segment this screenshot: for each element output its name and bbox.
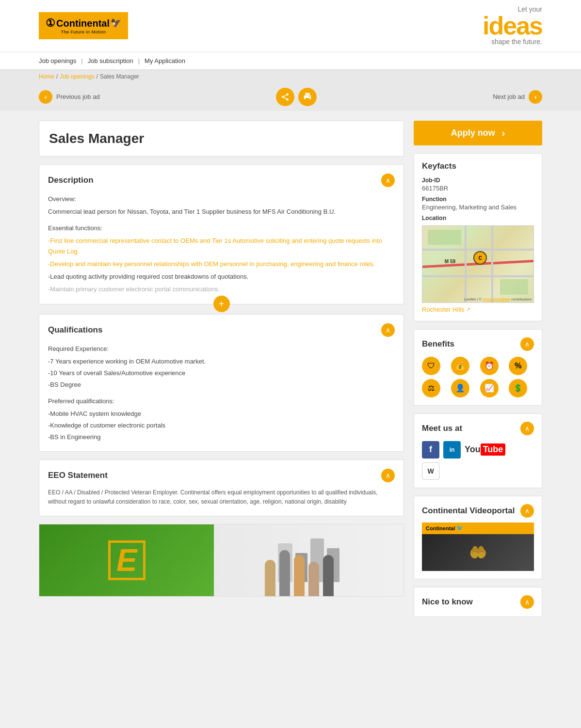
nav-sep-2: | <box>138 57 140 64</box>
qual-pref-3: -BS in Engineering <box>48 432 395 443</box>
logo-container: ① Continental 🦅 The Future in Motion <box>39 12 128 39</box>
qualifications-title: Qualifications <box>48 325 102 335</box>
svg-rect-7 <box>305 98 309 100</box>
benefit-icon-time[interactable]: ⏰ <box>480 357 499 375</box>
description-title: Description <box>48 175 94 185</box>
job-id-label: Job-ID <box>422 177 534 184</box>
eeo-text: EEO / AA / Disabled / Protected Veteran … <box>48 488 395 506</box>
map-pin: C <box>473 251 487 265</box>
job-title-section: Sales Manager <box>39 121 404 157</box>
svg-point-8 <box>309 96 310 97</box>
location-link[interactable]: Rochester Hills ↗ <box>422 306 534 313</box>
svg-point-2 <box>286 98 289 101</box>
video-portal-box: Continental Videoportal ∧ Continental 🐦 … <box>414 496 542 579</box>
meet-us-box: Meet us at ∧ f in You Tube W <box>414 413 542 488</box>
nice-to-know-collapse-btn[interactable]: ∧ <box>520 595 534 609</box>
tagline-ideas: ideas <box>483 13 542 38</box>
left-column: Sales Manager Description ∧ Overview: Co… <box>39 121 404 617</box>
location-label: Location <box>422 215 534 222</box>
video-portal-collapse-btn[interactable]: ∧ <box>520 504 534 518</box>
preferred-label: Preferred qualifications: <box>48 396 395 407</box>
share-icon[interactable] <box>276 88 294 106</box>
qualifications-content: Required Experience: -7 Years experience… <box>48 344 395 443</box>
benefit-icon-person[interactable]: 👤 <box>451 379 469 397</box>
eeo-title: EEO Statement <box>48 471 108 480</box>
wikipedia-icon[interactable]: W <box>422 462 439 480</box>
breadcrumb: Home / Job openings / Sales Manager <box>0 70 581 83</box>
svg-line-4 <box>284 95 286 96</box>
eeo-section: EEO Statement ∧ EEO / AA / Disabled / Pr… <box>39 459 404 516</box>
overview-label: Overview: <box>48 194 395 205</box>
keyfacts-box: Keyfacts Job-ID 66175BR Function Enginee… <box>414 153 542 321</box>
job-id-value: 66175BR <box>422 185 534 192</box>
meet-us-title: Meet us at <box>422 424 462 433</box>
logo-box: ① Continental 🦅 The Future in Motion <box>39 12 128 39</box>
logo-tagline: The Future in Motion <box>61 30 106 34</box>
external-link-icon: ↗ <box>466 306 470 313</box>
desc-bullet-1: -First line commercial representative co… <box>48 236 395 257</box>
benefits-collapse-btn[interactable]: ∧ <box>520 337 534 351</box>
qualifications-section: Qualifications ∧ Required Experience: -7… <box>39 314 404 452</box>
svg-line-3 <box>284 97 286 99</box>
desc-bullet-4: -Maintain primary customer electronic po… <box>48 284 395 295</box>
function-label: Function <box>422 196 534 203</box>
qual-req-1: -7 Years experience working in OEM Autom… <box>48 356 395 367</box>
breadcrumb-home[interactable]: Home <box>39 73 54 80</box>
map-credits: Leaflet | © OpenStreetMap contributors <box>464 297 532 301</box>
qual-req-3: -BS Degree <box>48 380 395 390</box>
eeo-collapse-btn[interactable]: ∧ <box>381 469 395 482</box>
qual-req-2: -10 Years of overall Sales/Automotive ex… <box>48 368 395 379</box>
apply-arrow-icon: › <box>502 127 505 139</box>
print-icon[interactable] <box>298 88 317 106</box>
next-job-label: Next job ad <box>493 93 525 100</box>
qualifications-collapse-btn[interactable]: ∧ <box>381 323 395 337</box>
apply-now-button[interactable]: Apply now › <box>414 121 542 145</box>
benefit-icon-chart[interactable]: 📈 <box>480 379 499 397</box>
function-value: Engineering, Marketing and Sales <box>422 204 534 211</box>
description-content: Overview: Commercial lead person for Nis… <box>48 194 395 295</box>
benefit-icon-money[interactable]: 💰 <box>451 357 469 375</box>
benefits-icons-grid: 🛡 💰 ⏰ % ⚖ 👤 📈 💲 <box>422 357 534 397</box>
prev-arrow[interactable]: ‹ <box>39 90 52 104</box>
social-icons: f in You Tube <box>422 441 534 459</box>
main-nav: Job openings | Job subscription | My App… <box>0 52 581 70</box>
description-collapse-btn[interactable]: ∧ <box>381 174 395 187</box>
nav-my-application[interactable]: My Application <box>145 57 185 64</box>
nav-job-subscription[interactable]: Job subscription <box>88 57 133 64</box>
tagline-container: Let your ideas shape the future. <box>483 6 542 46</box>
next-arrow[interactable]: › <box>529 90 542 104</box>
video-logo-text: Continental <box>426 525 455 531</box>
video-play-overlay <box>422 534 534 571</box>
job-title: Sales Manager <box>49 131 394 146</box>
svg-point-1 <box>282 96 284 98</box>
video-thumbnail[interactable]: Continental 🐦 🤲 <box>422 522 534 571</box>
benefit-icon-shield[interactable]: 🛡 <box>422 357 440 375</box>
map-container[interactable]: M 59 C Leaflet | © OpenStreetMap contrib… <box>422 225 534 303</box>
bottom-image: E <box>39 524 404 597</box>
youtube-icon[interactable]: You Tube <box>465 443 505 456</box>
essential-label: Essential functions: <box>48 223 395 234</box>
breadcrumb-job-openings[interactable]: Job openings <box>60 73 94 80</box>
nav-sep-1: | <box>81 57 82 64</box>
qual-pref-1: -Mobile HVAC system knowledge <box>48 409 395 419</box>
breadcrumb-current: Sales Manager <box>100 73 139 80</box>
benefit-icon-scale[interactable]: ⚖ <box>422 379 440 397</box>
nice-to-know-title: Nice to know <box>422 597 473 607</box>
video-portal-title: Continental Videoportal <box>422 506 515 516</box>
benefit-icon-percent[interactable]: % <box>509 357 527 375</box>
overview-text: Commercial lead person for Nissan, Toyot… <box>48 206 395 217</box>
qual-pref-2: -Knowledge of customer electronic portal… <box>48 420 395 431</box>
benefits-title: Benefits <box>422 339 454 349</box>
job-navigation-bar: ‹ Previous job ad Next job ad › <box>0 83 581 111</box>
breadcrumb-sep-2: / <box>97 73 98 80</box>
nice-to-know-box: Nice to know ∧ <box>414 587 542 617</box>
expand-button[interactable]: + <box>213 296 230 312</box>
meet-us-collapse-btn[interactable]: ∧ <box>520 422 534 435</box>
facebook-icon[interactable]: f <box>422 441 439 459</box>
nav-job-openings[interactable]: Job openings <box>39 57 76 64</box>
prev-job-label: Previous job ad <box>56 93 100 100</box>
keyfacts-title: Keyfacts <box>422 161 456 171</box>
required-label: Required Experience: <box>48 344 395 354</box>
benefit-icon-dollar[interactable]: 💲 <box>509 379 527 397</box>
linkedin-icon[interactable]: in <box>443 441 461 459</box>
